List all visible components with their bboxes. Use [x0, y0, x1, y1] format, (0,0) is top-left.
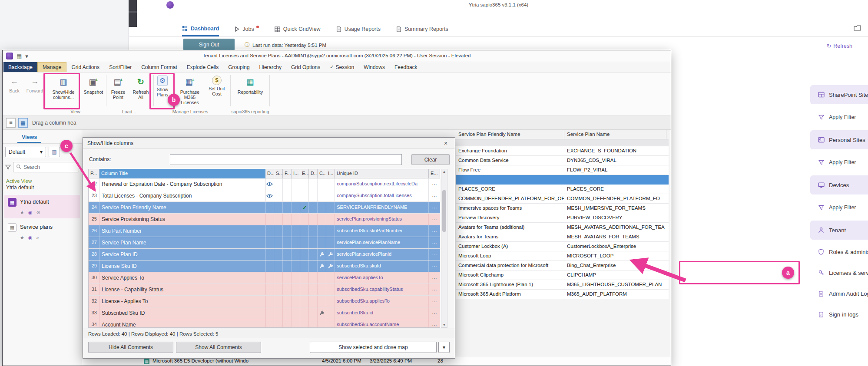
- top-tab-summary-reports[interactable]: Summary Reports: [396, 22, 448, 36]
- grid-row[interactable]: Avatars for Teams (additional)MESH_AVATA…: [456, 223, 669, 232]
- comment-ellipsis-button[interactable]: …: [429, 225, 440, 237]
- ribbon-tab-hierarchy[interactable]: Hierarchy: [255, 62, 286, 72]
- hide-all-comments-button[interactable]: Hide All Comments: [88, 342, 173, 353]
- grid-row[interactable]: Customer Lockbox (A)CustomerLockboxA_Ent…: [456, 242, 669, 251]
- grid-row[interactable]: Microsoft LoopMICROSOFT_LOOP: [456, 251, 669, 261]
- comment-ellipsis-button[interactable]: …: [429, 190, 440, 201]
- comment-ellipsis-button[interactable]: …: [429, 284, 440, 295]
- list-view-icon[interactable]: ≡: [6, 118, 16, 128]
- panel-item-admin-audit-logs[interactable]: Admin Audit Logs: [810, 285, 868, 302]
- reportability-button[interactable]: ▦ Reportability: [233, 74, 268, 107]
- back-button[interactable]: ← Back: [6, 77, 23, 93]
- refresh-button[interactable]: ↻ Refresh: [827, 43, 852, 49]
- column-row-27[interactable]: 27Service Plan NameservicePlan.servicePl…: [89, 237, 440, 249]
- dialog-column-header[interactable]: Unique ID: [335, 169, 429, 178]
- scroll-down-icon[interactable]: ▼: [441, 323, 447, 327]
- top-tab-dashboard[interactable]: Dashboard: [182, 22, 219, 36]
- ribbon-tab-sort-filter[interactable]: Sort/Filter: [104, 62, 136, 72]
- column-row-25[interactable]: 25Service Provisioning StatusservicePlan…: [89, 214, 440, 225]
- column-header-service-plan-friendly-name[interactable]: Service Plan Friendly Name: [456, 130, 564, 139]
- comment-ellipsis-button[interactable]: …: [429, 296, 440, 307]
- comment-ellipsis-button[interactable]: …: [429, 237, 440, 248]
- chevrons-icon[interactable]: »: [36, 235, 39, 241]
- show-all-comments-button[interactable]: Show All Comments: [176, 342, 261, 353]
- dialog-column-header[interactable]: D...: [265, 169, 274, 178]
- grid-row[interactable]: [456, 175, 669, 185]
- panel-item-sharepoint-sites[interactable]: SharePoint Sitesⓘ34: [810, 85, 868, 104]
- grid-row[interactable]: Purview DiscoveryPURVIEW_DISCOVERY: [456, 213, 669, 223]
- dialog-column-header[interactable]: S...: [274, 169, 283, 178]
- star-icon[interactable]: ★: [20, 210, 24, 215]
- contains-input[interactable]: [170, 154, 402, 165]
- column-row-22[interactable]: 22Renewal or Expiration Date - Company S…: [89, 178, 440, 190]
- scrollbar-thumb[interactable]: [442, 190, 446, 232]
- panel-item-personal-sites[interactable]: Personal Sitesⓘ20: [810, 130, 868, 149]
- grid-row[interactable]: Commercial data protection for Microsoft…: [456, 261, 669, 270]
- view-item-ytria-default[interactable]: ▦Ytria default★◉⊘: [4, 195, 80, 218]
- dialog-column-header[interactable]: E...: [429, 169, 440, 178]
- panel-item-licenses-services-plans[interactable]: Licenses & services plansⓘ: [810, 264, 868, 281]
- column-header-service-plan-name[interactable]: Service Plan Name: [564, 130, 666, 139]
- show-selected-close-button[interactable]: Show selected and close map: [310, 342, 437, 353]
- dialog-column-header[interactable]: E...: [300, 169, 309, 178]
- vertical-scrollbar[interactable]: ▲ ▼: [441, 169, 447, 328]
- show-plans-button[interactable]: ⚙ Show Plans: [152, 74, 173, 107]
- show-selected-dropdown-icon[interactable]: ▾: [438, 342, 450, 353]
- column-row-24[interactable]: 24Service Plan Friendly Name✓SERVICEPLAN…: [89, 202, 440, 214]
- top-tab-quick-gridview[interactable]: Quick GridView: [275, 22, 321, 36]
- panel-item-apply-filter[interactable]: Apply Filter: [810, 155, 868, 170]
- ribbon-tab-manage[interactable]: Manage: [37, 62, 66, 72]
- ribbon-tab-grouping[interactable]: Grouping: [223, 62, 254, 72]
- panel-item-apply-filter[interactable]: Apply Filter: [810, 109, 868, 125]
- ribbon-tab-explode-cells[interactable]: Explode Cells: [182, 62, 223, 72]
- ribbon-tab-feedback[interactable]: Feedback: [390, 62, 422, 72]
- view-item-service-plans[interactable]: ▦Service plans★◉»: [4, 220, 80, 244]
- column-row-23[interactable]: 23Total Licenses - Company Subscriptionc…: [89, 190, 440, 202]
- comment-ellipsis-button[interactable]: …: [429, 249, 440, 260]
- clear-button[interactable]: Clear: [411, 154, 450, 165]
- top-tab-usage-reports[interactable]: Usage Reports: [336, 22, 381, 36]
- column-row-32[interactable]: 32License - Applies TosubscribedSku.appl…: [89, 296, 440, 307]
- show-hide-columns-button[interactable]: ▥ Show/Hide columns...: [46, 74, 80, 107]
- grid-row[interactable]: Flow FreeFLOW_P2_VIRAL: [456, 165, 669, 175]
- dialog-column-header[interactable]: Column Title: [99, 169, 265, 178]
- dialog-column-header[interactable]: I...: [326, 169, 335, 178]
- ribbon-tab-grid-actions[interactable]: Grid Actions: [66, 62, 104, 72]
- grid-row[interactable]: Microsoft ClipchampCLIPCHAMP: [456, 270, 669, 280]
- snapshot-button[interactable]: ▣+ Snapshot: [83, 74, 104, 107]
- ribbon-tab-grid-options[interactable]: Grid Options: [286, 62, 325, 72]
- dialog-column-header[interactable]: F...: [283, 169, 292, 178]
- panel-item-apply-filter[interactable]: Apply Filter: [810, 200, 868, 215]
- comment-ellipsis-button[interactable]: …: [429, 202, 440, 213]
- comment-ellipsis-button[interactable]: …: [429, 260, 440, 272]
- dialog-column-header[interactable]: I...: [292, 169, 300, 178]
- comment-ellipsis-button[interactable]: …: [429, 307, 440, 319]
- grid-row[interactable]: Avatars for TeamsMESH_AVATARS_FOR_TEAMS: [456, 232, 669, 242]
- grid-row[interactable]: PLACES_COREPLACES_CORE: [456, 185, 669, 194]
- search-input[interactable]: [23, 164, 76, 170]
- ribbon-tab-windows[interactable]: Windows: [359, 62, 390, 72]
- disable-icon[interactable]: ⊘: [36, 210, 40, 215]
- column-row-28[interactable]: 28Service Plan IDservicePlan.servicePlan…: [89, 249, 440, 260]
- freeze-point-button[interactable]: ▤+ Freeze Point: [107, 74, 129, 107]
- column-row-26[interactable]: 26Sku Part NumbersubscribedSku.skuPartNu…: [89, 225, 440, 237]
- column-row-33[interactable]: 33Subscribed Sku IDsubscribedSku.id…: [89, 307, 440, 319]
- grid-row[interactable]: Microsoft 365 Audit PlatformM365_AUDIT_P…: [456, 290, 669, 299]
- dialog-column-header[interactable]: D...: [309, 169, 318, 178]
- forward-button[interactable]: → Forward: [24, 77, 45, 93]
- grid-row[interactable]: Microsoft 365 Lighthouse (Plan 1)M365_LI…: [456, 280, 669, 290]
- star-icon[interactable]: ★: [20, 235, 24, 241]
- panel-item-roles-administrators[interactable]: Roles & administrators: [810, 243, 868, 260]
- view-preset-dropdown[interactable]: Default ▾: [5, 147, 46, 157]
- scroll-up-icon[interactable]: ▲: [441, 170, 447, 174]
- grid-row[interactable]: Immersive spaces for TeamsMESH_IMMERSIVE…: [456, 204, 669, 213]
- comment-ellipsis-button[interactable]: …: [429, 272, 440, 284]
- set-unit-cost-button[interactable]: $ Set Unit Cost: [205, 74, 229, 107]
- folder-icon[interactable]: [854, 25, 861, 32]
- columns-layout-button[interactable]: ▥: [49, 147, 60, 157]
- purchase-m365-licenses-button[interactable]: ▦+ Purchase M365 Licenses: [176, 74, 203, 107]
- grid-view-icon[interactable]: ▦: [18, 118, 28, 128]
- top-tab-jobs[interactable]: Jobs: [235, 22, 258, 36]
- ribbon-tab-session[interactable]: ✓Session: [325, 62, 359, 72]
- ribbon-tab-backstage[interactable]: Backstage: [3, 62, 37, 72]
